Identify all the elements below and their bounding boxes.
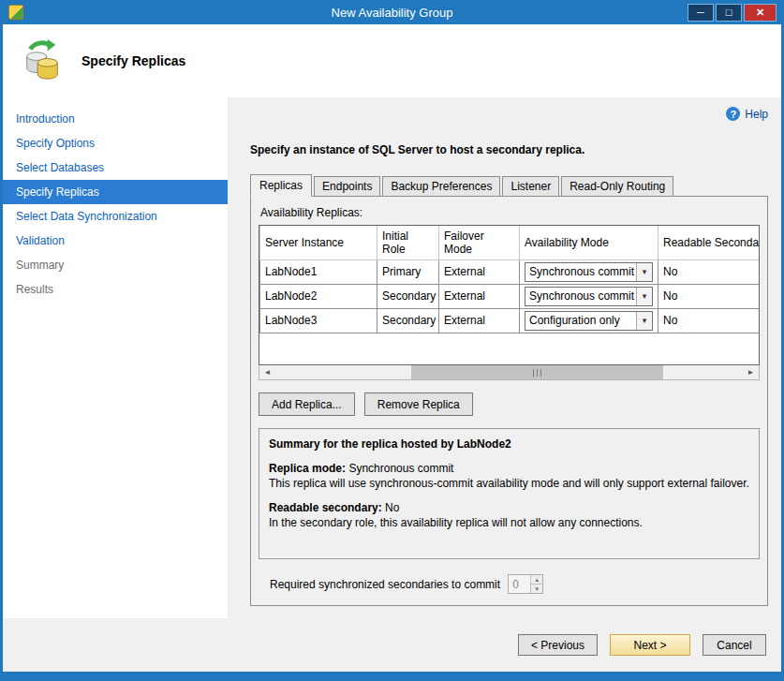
column-header-availability-mode: Availability Mode [520, 226, 658, 259]
horizontal-scrollbar[interactable]: ◄ ► [259, 365, 760, 380]
sidebar-item-introduction[interactable]: Introduction [3, 107, 228, 131]
spinner-up-icon[interactable]: ▲ [531, 575, 542, 585]
cell-readable-secondary: No [658, 284, 761, 308]
scroll-left-icon[interactable]: ◄ [259, 365, 275, 379]
window-title: New Availability Group [3, 6, 781, 20]
next-button[interactable]: Next > [610, 634, 690, 656]
wizard-header: Specify Replicas [3, 24, 781, 97]
add-replica-button[interactable]: Add Replica... [259, 392, 355, 416]
required-secondaries-label: Required synchronized secondaries to com… [270, 578, 500, 591]
scrollbar-track[interactable] [275, 365, 743, 379]
required-secondaries-spinner[interactable]: 0 ▲ ▼ [508, 574, 543, 594]
help-icon: ? [726, 107, 740, 121]
table-row: LabNode3 Secondary External Configuratio… [260, 308, 761, 333]
table-row: LabNode2 Secondary External Synchronous … [260, 284, 761, 308]
chevron-down-icon[interactable]: ▾ [636, 263, 652, 281]
sidebar-item-results: Results [3, 277, 228, 302]
cell-server-instance: LabNode2 [260, 284, 377, 308]
column-header-failover-mode: Failover Mode [439, 226, 520, 259]
grid-header-row: Server Instance Initial Role Failover Mo… [260, 226, 761, 259]
cell-failover-mode: External [439, 284, 520, 308]
sidebar-item-specify-replicas[interactable]: Specify Replicas [3, 180, 228, 204]
readable-secondary-line: Readable secondary: No [269, 501, 749, 514]
replicas-tab-panel: Availability Replicas: Server Instance I… [250, 196, 768, 606]
scroll-right-icon[interactable]: ► [743, 365, 759, 379]
new-availability-group-window: New Availability Group ─ □ ✕ Specify Rep… [0, 0, 784, 681]
cancel-button[interactable]: Cancel [703, 634, 766, 656]
summary-title: Summary for the replica hosted by LabNod… [269, 437, 749, 451]
readable-secondary-description: In the secondary role, this availability… [269, 516, 749, 529]
titlebar: New Availability Group ─ □ ✕ [3, 0, 781, 24]
cell-failover-mode: External [439, 308, 520, 333]
column-header-server-instance: Server Instance [260, 226, 377, 259]
wizard-body: Introduction Specify Options Select Data… [3, 97, 781, 618]
column-header-readable-secondary: Readable Secondary [658, 226, 761, 259]
tab-listener[interactable]: Listener [502, 176, 559, 197]
page-title: Specify Replicas [81, 53, 185, 68]
sidebar-item-validation[interactable]: Validation [3, 229, 228, 253]
previous-button[interactable]: < Previous [518, 634, 598, 656]
window-controls: ─ □ ✕ [688, 4, 777, 22]
sidebar-item-summary: Summary [3, 253, 228, 277]
maximize-button[interactable]: □ [716, 4, 742, 22]
quorum-row: Required synchronized secondaries to com… [259, 574, 760, 594]
table-row: LabNode1 Primary External Synchronous co… [260, 259, 761, 284]
chevron-down-icon[interactable]: ▾ [636, 288, 652, 305]
tab-endpoints[interactable]: Endpoints [314, 176, 380, 197]
close-button[interactable]: ✕ [744, 4, 777, 22]
cell-initial-role: Secondary [377, 308, 439, 333]
tab-backup-preferences[interactable]: Backup Preferences [382, 176, 500, 197]
cell-readable-secondary: No [658, 308, 761, 333]
replicas-grid: Server Instance Initial Role Failover Mo… [259, 225, 760, 365]
cell-server-instance: LabNode3 [260, 308, 377, 333]
availability-mode-select[interactable]: Configuration only ▾ [525, 311, 653, 331]
sidebar-item-specify-options[interactable]: Specify Options [3, 131, 228, 155]
replica-mode-description: This replica will use synchronous-commit… [269, 477, 749, 490]
tab-strip: Replicas Endpoints Backup Preferences Li… [250, 173, 768, 196]
chevron-down-icon[interactable]: ▾ [636, 312, 652, 330]
minimize-button[interactable]: ─ [688, 4, 714, 22]
wizard-steps-sidebar: Introduction Specify Options Select Data… [3, 97, 228, 618]
instruction-text: Specify an instance of SQL Server to hos… [250, 143, 768, 156]
availability-replicas-label: Availability Replicas: [260, 206, 760, 219]
spinner-value: 0 [509, 575, 530, 593]
tab-replicas[interactable]: Replicas [250, 174, 312, 197]
main-content: ? Help Specify an instance of SQL Server… [228, 97, 781, 618]
sidebar-item-select-databases[interactable]: Select Databases [3, 155, 228, 180]
cell-failover-mode: External [439, 259, 520, 284]
replica-mode-line: Replica mode: Synchronous commit [269, 462, 749, 475]
sidebar-item-select-data-synchronization[interactable]: Select Data Synchronization [3, 204, 228, 229]
availability-mode-select[interactable]: Synchronous commit ▾ [525, 287, 653, 306]
help-label: Help [745, 108, 768, 121]
replica-actions: Add Replica... Remove Replica [259, 392, 760, 416]
replica-summary-box: Summary for the replica hosted by LabNod… [259, 428, 760, 559]
cell-readable-secondary: No [658, 259, 761, 284]
availability-mode-select[interactable]: Synchronous commit ▾ [525, 262, 653, 282]
column-header-initial-role: Initial Role [377, 226, 439, 259]
scrollbar-thumb[interactable] [411, 365, 663, 379]
spinner-down-icon[interactable]: ▼ [531, 585, 542, 593]
cell-server-instance: LabNode1 [260, 259, 377, 284]
cell-initial-role: Secondary [377, 284, 439, 308]
replicas-database-icon [20, 38, 63, 84]
help-link[interactable]: ? Help [250, 107, 768, 121]
remove-replica-button[interactable]: Remove Replica [364, 392, 473, 416]
cell-initial-role: Primary [377, 259, 439, 284]
tab-read-only-routing[interactable]: Read-Only Routing [561, 176, 673, 197]
wizard-footer: < Previous Next > Cancel [3, 618, 781, 672]
